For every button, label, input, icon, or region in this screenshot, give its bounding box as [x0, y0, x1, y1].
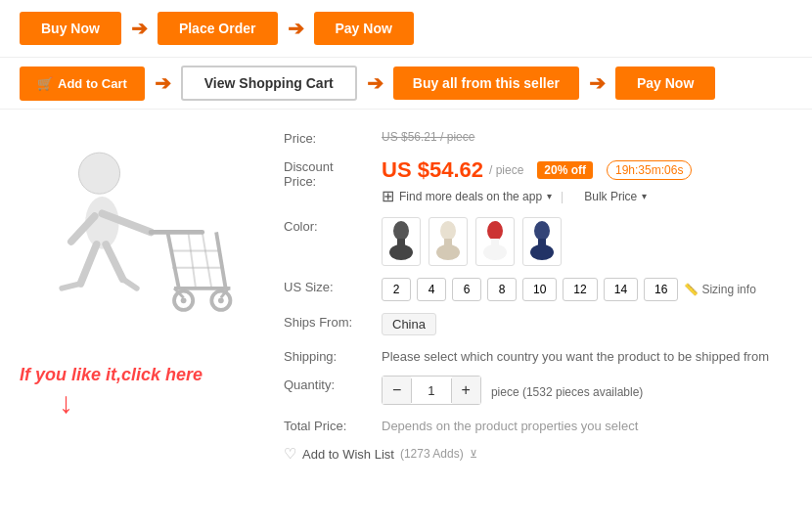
ships-from-value: China: [382, 313, 436, 335]
svg-point-25: [440, 221, 456, 241]
discount-label: DiscountPrice:: [284, 157, 372, 189]
svg-line-4: [80, 244, 96, 284]
svg-point-19: [218, 297, 224, 303]
svg-rect-30: [491, 239, 499, 254]
available-text: piece (1532 pieces available): [491, 381, 643, 399]
wishlist-row[interactable]: ♡ Add to Wish List (1273 Adds) ⊻: [284, 445, 792, 463]
svg-rect-24: [397, 239, 405, 254]
discount-value: US $54.62 / piece 20% off 19h:35m:06s ⊞ …: [382, 157, 792, 205]
svg-line-12: [188, 232, 196, 288]
buy-now-button[interactable]: Buy Now: [20, 12, 121, 45]
per-piece: / piece: [489, 163, 523, 177]
svg-point-17: [181, 297, 187, 303]
shipping-row: Shipping: Please select which country yo…: [284, 347, 792, 364]
shipping-text: Please select which country you want the…: [382, 347, 769, 364]
color-swatches: [382, 217, 562, 266]
total-price-label: Total Price:: [284, 417, 372, 433]
ships-from-row: Ships From: China: [284, 313, 792, 335]
timer-badge: 19h:35m:06s: [607, 160, 692, 180]
deals-app-row: ⊞ Find more deals on the app ▾ | Bulk Pr…: [382, 187, 792, 205]
top-action-bar: Buy Now ➔ Place Order ➔ Pay Now: [0, 0, 812, 57]
wishlist-text: Add to Wish List: [302, 447, 394, 462]
arrow-icon-2: ➔: [288, 17, 304, 40]
left-panel: If you like it,click here ↓: [20, 129, 264, 463]
qr-icon: ⊞: [382, 187, 394, 205]
product-image-area: [20, 129, 245, 354]
cart-icon: 🛒: [37, 76, 53, 91]
size-buttons: 2 4 6 8 10 12 14 16 📏 Sizing info: [382, 278, 756, 301]
shipping-label: Shipping:: [284, 347, 372, 364]
svg-line-6: [62, 284, 80, 288]
discount-price-value: US $54.62: [382, 157, 483, 183]
quantity-control: − 1 +: [382, 376, 481, 405]
place-order-button[interactable]: Place Order: [158, 12, 278, 45]
total-price-text: Depends on the product properties you se…: [382, 417, 638, 433]
product-image: [24, 134, 240, 349]
color-row: Color:: [284, 217, 792, 266]
size-8[interactable]: 8: [487, 278, 517, 301]
svg-line-7: [122, 279, 136, 288]
svg-line-9: [167, 232, 178, 288]
size-16[interactable]: 16: [644, 278, 678, 301]
pay-now-cart-button[interactable]: Pay Now: [615, 66, 715, 100]
size-6[interactable]: 6: [452, 278, 481, 301]
size-12[interactable]: 12: [563, 278, 597, 301]
pay-now-top-button[interactable]: Pay Now: [314, 12, 414, 45]
price-label: Price:: [284, 129, 372, 146]
svg-point-22: [393, 221, 409, 241]
click-here-text: If you like it,click here: [20, 364, 264, 386]
bulk-dropdown-icon[interactable]: ▾: [642, 191, 647, 201]
arrow-icon-4: ➔: [367, 71, 383, 95]
arrow-icon-3: ➔: [155, 71, 171, 95]
price-row: Price: US $56.21 / piece: [284, 129, 792, 146]
ruler-icon: 📏: [684, 283, 699, 296]
color-label: Color:: [284, 217, 372, 234]
quantity-control-area: − 1 + piece (1532 pieces available): [382, 376, 643, 405]
wishlist-dropdown-icon[interactable]: ⊻: [470, 448, 477, 461]
add-to-cart-button[interactable]: 🛒 Add to Cart: [20, 66, 145, 101]
deals-dropdown-icon[interactable]: ▾: [547, 191, 552, 201]
quantity-row: Quantity: − 1 + piece (1532 pieces avail…: [284, 376, 792, 405]
size-4[interactable]: 4: [417, 278, 446, 301]
quantity-label: Quantity:: [284, 376, 372, 392]
arrow-icon-1: ➔: [131, 17, 148, 40]
color-swatch-1[interactable]: [382, 217, 421, 266]
view-cart-button[interactable]: View Shopping Cart: [181, 66, 357, 101]
color-swatch-3[interactable]: [475, 217, 515, 266]
svg-point-28: [487, 221, 503, 241]
quantity-increase-button[interactable]: +: [452, 377, 480, 404]
size-14[interactable]: 14: [604, 278, 638, 301]
size-10[interactable]: 10: [522, 278, 557, 301]
color-swatch-4[interactable]: [522, 217, 562, 266]
bulk-price-text[interactable]: Bulk Price: [584, 190, 637, 203]
svg-rect-33: [538, 239, 546, 254]
sizing-info-link[interactable]: 📏 Sizing info: [684, 283, 755, 296]
svg-point-0: [78, 153, 119, 194]
right-panel: Price: US $56.21 / piece DiscountPrice: …: [284, 129, 792, 463]
size-label: US Size:: [284, 278, 372, 294]
wishlist-count: (1273 Adds): [400, 447, 464, 461]
size-2[interactable]: 2: [382, 278, 411, 301]
ships-from-label: Ships From:: [284, 313, 372, 330]
svg-line-13: [203, 232, 212, 288]
quantity-decrease-button[interactable]: −: [383, 377, 411, 404]
arrow-icon-5: ➔: [589, 71, 606, 95]
heart-icon: ♡: [284, 445, 296, 463]
svg-rect-27: [444, 239, 452, 254]
total-price-row: Total Price: Depends on the product prop…: [284, 417, 792, 433]
main-content: If you like it,click here ↓ Price: US $5…: [0, 119, 812, 472]
svg-line-5: [106, 244, 122, 279]
size-row: US Size: 2 4 6 8 10 12 14 16 📏 Sizing in…: [284, 278, 792, 301]
svg-point-31: [534, 221, 550, 241]
original-price: US $56.21 / piece: [382, 129, 792, 144]
color-swatch-2[interactable]: [429, 217, 468, 266]
off-badge: 20% off: [537, 161, 593, 179]
discount-price-row: DiscountPrice: US $54.62 / piece 20% off…: [284, 157, 792, 205]
buy-from-seller-button[interactable]: Buy all from this seller: [393, 66, 579, 100]
svg-line-10: [216, 232, 226, 288]
deals-app-text: Find more deals on the app: [399, 190, 542, 203]
quantity-value: 1: [411, 378, 451, 403]
cart-action-bar: 🛒 Add to Cart ➔ View Shopping Cart ➔ Buy…: [0, 57, 812, 110]
arrow-down-icon: ↓: [59, 386, 264, 420]
